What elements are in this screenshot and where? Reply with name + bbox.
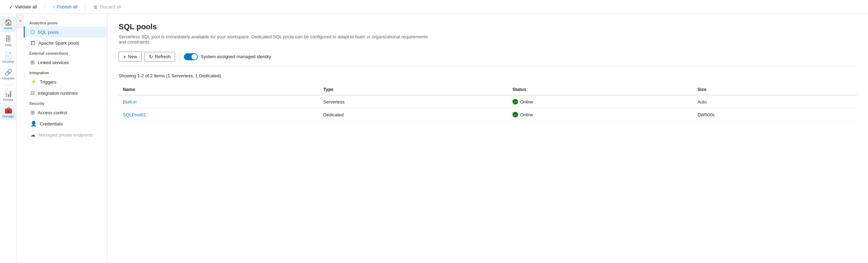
table-row: SQLPool01Dedicated✓OnlineDW500c — [119, 108, 857, 121]
col-status: Status — [508, 84, 694, 95]
toggle-container: System assigned managed identity — [184, 53, 271, 60]
toolbar-divider — [179, 53, 180, 61]
manage-icon: 🧰 — [5, 107, 12, 114]
integration-runtimes-icon: ⊟ — [30, 90, 35, 96]
left-nav-wrapper: 🏠 Home 🗄 Data 📄 Develop 🔗 Integrate 📊 Mo… — [0, 14, 24, 263]
page-title: SQL pools — [119, 22, 857, 31]
cell-status: ✓Online — [508, 108, 694, 121]
checkmark-icon: ✓ — [9, 4, 13, 10]
sql-pools-table: Name Type Status Size Built-inServerless… — [119, 84, 857, 121]
trash-icon: 🗑 — [93, 4, 98, 10]
toolbar: + New ↻ Refresh System assigned managed … — [119, 52, 857, 66]
sidebar-item-managed-private-endpoints[interactable]: ☁ Managed private endpoints — [24, 129, 107, 140]
nav-manage[interactable]: 🧰 Manage — [1, 105, 16, 120]
sidebar-item-access-control[interactable]: ⊞ Access control — [24, 107, 107, 118]
sidebar-item-integration-runtimes[interactable]: ⊟ Integration runtimes — [24, 87, 107, 99]
new-button[interactable]: + New — [119, 52, 142, 62]
main-layout: 🏠 Home 🗄 Data 📄 Develop 🔗 Integrate 📊 Mo… — [0, 14, 868, 263]
monitor-icon: 📊 — [5, 90, 12, 98]
upload-icon: ↑ — [53, 4, 55, 10]
cell-status: ✓Online — [508, 95, 694, 108]
sidebar-item-triggers[interactable]: ⚡ Triggers — [24, 76, 107, 87]
develop-icon: 📄 — [5, 52, 12, 60]
status-dot: ✓ — [512, 99, 518, 105]
section-integration: Integration — [24, 68, 107, 76]
cell-size: Auto — [693, 95, 857, 108]
spark-icon: ⧠ — [30, 40, 36, 46]
status-text: Online — [520, 99, 533, 105]
cell-name[interactable]: Built-in — [119, 95, 319, 108]
linked-services-icon: ⊞ — [30, 59, 35, 65]
table-row: Built-inServerless✓OnlineAuto — [119, 95, 857, 108]
section-analytics-pools: Analytics pools — [24, 18, 107, 26]
col-size: Size — [693, 84, 857, 95]
credentials-icon: 👤 — [30, 121, 37, 127]
cell-name[interactable]: SQLPool01 — [119, 108, 319, 121]
sidebar-item-apache-spark[interactable]: ⧠ Apache Spark pools — [24, 38, 107, 48]
triggers-icon: ⚡ — [30, 79, 37, 85]
pool-name-link[interactable]: SQLPool01 — [123, 112, 146, 117]
divider-1 — [45, 3, 45, 10]
data-icon: 🗄 — [5, 36, 12, 43]
home-icon: 🏠 — [5, 18, 12, 26]
divider-2 — [85, 3, 85, 10]
collapse-sidebar-button[interactable]: « — [17, 14, 24, 28]
section-security: Security — [24, 99, 107, 107]
managed-private-icon: ☁ — [30, 132, 36, 138]
left-nav: 🏠 Home 🗄 Data 📄 Develop 🔗 Integrate 📊 Mo… — [0, 14, 17, 263]
items-count: Showing 1-2 of 2 items (1 Serverless, 1 … — [119, 73, 857, 78]
pool-name-link[interactable]: Built-in — [123, 99, 137, 105]
sidebar: Analytics pools ⬡ SQL pools ⧠ Apache Spa… — [24, 14, 107, 263]
toggle-slider — [184, 53, 198, 60]
col-name: Name — [119, 84, 319, 95]
plus-icon: + — [123, 54, 126, 60]
sidebar-item-credentials[interactable]: 👤 Credentials — [24, 118, 107, 129]
managed-identity-toggle[interactable] — [184, 53, 198, 60]
nav-divider — [3, 85, 14, 85]
sql-pools-icon: ⬡ — [30, 29, 35, 35]
integrate-icon: 🔗 — [5, 69, 12, 76]
section-external-connections: External connections — [24, 48, 107, 57]
sidebar-item-linked-services[interactable]: ⊞ Linked services — [24, 57, 107, 68]
top-bar: ✓ Validate all ↑ Publish all 🗑 Discard a… — [0, 0, 868, 14]
refresh-icon: ↻ — [149, 54, 153, 60]
nav-monitor[interactable]: 📊 Monitor — [1, 88, 16, 103]
nav-home[interactable]: 🏠 Home — [1, 17, 16, 32]
status-text: Online — [520, 112, 533, 117]
status-dot: ✓ — [512, 112, 518, 117]
page-subtitle: Serverless SQL pool is immediately avail… — [119, 34, 433, 45]
access-control-icon: ⊞ — [30, 109, 35, 116]
refresh-button[interactable]: ↻ Refresh — [144, 52, 175, 62]
content-area: SQL pools Serverless SQL pool is immedia… — [107, 14, 868, 263]
discard-all-button[interactable]: 🗑 Discard all — [90, 3, 125, 11]
nav-data[interactable]: 🗄 Data — [1, 33, 16, 49]
sidebar-item-sql-pools[interactable]: ⬡ SQL pools — [24, 26, 107, 38]
cell-type: Dedicated — [319, 108, 508, 121]
cell-size: DW500c — [693, 108, 857, 121]
publish-all-button[interactable]: ↑ Publish all — [49, 3, 81, 11]
col-type: Type — [319, 84, 508, 95]
validate-all-button[interactable]: ✓ Validate all — [6, 3, 40, 11]
nav-integrate[interactable]: 🔗 Integrate — [1, 67, 16, 82]
toggle-label: System assigned managed identity — [201, 54, 271, 59]
cell-type: Serverless — [319, 95, 508, 108]
nav-develop[interactable]: 📄 Develop — [1, 50, 16, 65]
